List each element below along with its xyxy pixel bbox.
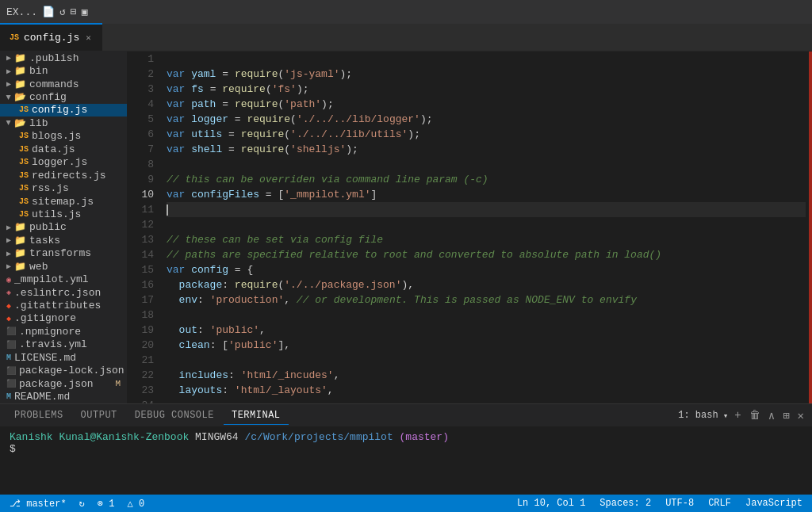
sidebar-label: transforms (29, 247, 91, 259)
json-icon: ⬛ (6, 366, 16, 376)
panel-right-controls: 1: bash ▾ + 🗑 ∧ ⊞ ✕ (678, 407, 806, 424)
chevron-icon: ▶ (6, 79, 11, 89)
sidebar-item-blogs-js[interactable]: JS blogs.js (0, 130, 127, 143)
status-language[interactable]: JavaScript (742, 498, 806, 509)
chevron-icon: ▶ (6, 262, 11, 271)
sidebar-label: lib (29, 117, 48, 129)
folder-icon: 📁 (14, 221, 26, 233)
sidebar-item-redirects-js[interactable]: JS redirects.js (0, 169, 127, 181)
sidebar-item-public[interactable]: ▶ 📁 public (0, 221, 127, 234)
sidebar-item-readme-md[interactable]: M README.md (0, 390, 127, 403)
tab-close-button[interactable]: ✕ (84, 32, 93, 44)
title-bar-icons: EX... 📄 ↺ ⊟ ▣ (6, 6, 88, 18)
chevron-up-icon[interactable]: ∧ (767, 407, 776, 424)
bash-label: 1: bash (678, 410, 718, 421)
tab-debug-console[interactable]: DEBUG CONSOLE (127, 407, 222, 424)
tab-terminal[interactable]: TERMINAL (224, 407, 289, 425)
sidebar-label: .gitignore (14, 312, 76, 324)
tab-problems[interactable]: PROBLEMS (6, 407, 71, 424)
status-errors[interactable]: ⊗ 1 (94, 498, 118, 510)
sidebar-label: README.md (14, 391, 70, 403)
git-icon: ◆ (6, 301, 11, 311)
explorer-icon[interactable]: EX... (6, 6, 37, 18)
status-bar: ⎇ master* ↻ ⊗ 1 △ 0 Ln 10, Col 1 Spaces:… (0, 495, 812, 512)
refresh-icon[interactable]: ↺ (59, 6, 66, 18)
chevron-icon: ▶ (6, 223, 11, 232)
sidebar-item-lib[interactable]: ▶ 📂 lib (0, 117, 127, 129)
sidebar-item-utils-js[interactable]: JS utils.js (0, 208, 127, 220)
npm-icon: ⬛ (6, 327, 16, 336)
folder-icon: 📁 (14, 78, 26, 90)
sidebar-label: config (29, 91, 67, 103)
layout-icon[interactable]: ▣ (82, 6, 88, 18)
sidebar-item-package-json[interactable]: ⬛ package.json M (0, 377, 127, 390)
tab-config-js[interactable]: JS config.js ✕ (0, 23, 102, 51)
js-icon: JS (19, 132, 29, 140)
sidebar-item-travis-yml[interactable]: ⬛ .travis.yml (0, 338, 127, 351)
folder-icon: 📁 (14, 235, 26, 246)
code-content[interactable]: var yaml = require('js-yaml'); var fs = … (160, 52, 812, 403)
sidebar-item-web[interactable]: ▶ 📁 web (0, 260, 127, 273)
sidebar-item-sitemap-js[interactable]: JS sitemap.js (0, 195, 127, 208)
terminal-user: Kanishk (10, 431, 53, 443)
sidebar-item-transforms[interactable]: ▶ 📁 transforms (0, 247, 127, 260)
status-encoding[interactable]: UTF-8 (662, 498, 697, 509)
close-panel-button[interactable]: ✕ (796, 407, 806, 424)
terminal-input-line[interactable]: $ (10, 443, 802, 455)
sidebar-label: utils.js (32, 208, 81, 220)
terminal-machine: Kunal@Kanishk-Zenbook (59, 431, 189, 443)
terminal-shell: MINGW64 (195, 431, 239, 443)
add-terminal-button[interactable]: + (733, 407, 742, 423)
sidebar-item-npmignore[interactable]: ⬛ .npmignore (0, 325, 127, 338)
js-icon: JS (19, 197, 29, 206)
folder-open-icon: 📂 (14, 117, 26, 129)
js-icon: JS (19, 105, 29, 114)
status-position[interactable]: Ln 10, Col 1 (514, 498, 588, 509)
sidebar-label: .travis.yml (19, 338, 87, 350)
status-spaces[interactable]: Spaces: 2 (596, 498, 654, 509)
sidebar: ▶ 📁 .publish ▶ 📁 bin ▶ 📁 commands ▶ 📂 co… (0, 52, 127, 403)
md-icon: M (6, 353, 11, 362)
sidebar-item-package-lock-json[interactable]: ⬛ package-lock.json M (0, 365, 127, 377)
terminal-content[interactable]: Kanishk Kunal@Kanishk-Zenbook MINGW64 /c… (0, 426, 812, 495)
sidebar-label: blogs.js (32, 130, 81, 142)
collapse-icon[interactable]: ⊟ (71, 6, 77, 18)
sidebar-label: .eslintrc.json (14, 287, 101, 299)
json-icon: ⬛ (6, 379, 16, 388)
sidebar-item-logger-js[interactable]: JS logger.js (0, 156, 127, 169)
sidebar-item-mmpilot-yml[interactable]: ◉ _mmpilot.yml (0, 273, 127, 285)
bottom-panel: PROBLEMS OUTPUT DEBUG CONSOLE TERMINAL 1… (0, 403, 812, 495)
bash-dropdown-icon[interactable]: ▾ (723, 411, 729, 421)
sidebar-item-rss-js[interactable]: JS rss.js (0, 181, 127, 194)
split-terminal-icon[interactable]: ⊞ (781, 407, 791, 424)
sidebar-item-commands[interactable]: ▶ 📁 commands (0, 78, 127, 90)
new-file-icon[interactable]: 📄 (42, 6, 55, 18)
sidebar-item-bin[interactable]: ▶ 📁 bin (0, 64, 127, 77)
sidebar-label: commands (29, 78, 79, 90)
yaml-icon: ◉ (6, 275, 11, 285)
status-sync[interactable]: ↻ (76, 498, 88, 510)
terminal-dollar: $ (10, 443, 16, 455)
sidebar-item-tasks[interactable]: ▶ 📁 tasks (0, 234, 127, 246)
sidebar-item-config-js[interactable]: JS config.js (0, 104, 127, 117)
trash-icon[interactable]: 🗑 (748, 407, 762, 423)
tab-output[interactable]: OUTPUT (73, 407, 125, 424)
sidebar-item-data-js[interactable]: JS data.js (0, 143, 127, 155)
sidebar-item-license-md[interactable]: M LICENSE.md (0, 351, 127, 364)
sidebar-label: _mmpilot.yml (14, 273, 89, 285)
sidebar-item-gitignore[interactable]: ◆ .gitignore (0, 312, 127, 325)
folder-icon: 📁 (14, 52, 26, 64)
status-branch[interactable]: ⎇ master* (6, 498, 70, 510)
status-warnings[interactable]: △ 0 (124, 498, 147, 510)
json-icon: ◈ (6, 288, 11, 297)
tab-label: config.js (24, 32, 79, 44)
sidebar-label: config.js (32, 104, 87, 116)
status-line-ending[interactable]: CRLF (705, 498, 734, 509)
sidebar-label: logger.js (32, 156, 87, 168)
code-container[interactable]: 12345 6789 10 1112131415 1617181920 2122… (127, 52, 812, 403)
sidebar-item-config[interactable]: ▶ 📂 config (0, 90, 127, 103)
js-icon: JS (19, 184, 29, 193)
sidebar-item-eslintrc[interactable]: ◈ .eslintrc.json (0, 286, 127, 299)
sidebar-item-publish[interactable]: ▶ 📁 .publish (0, 52, 127, 64)
sidebar-item-gitattributes[interactable]: ◆ .gitattributes (0, 299, 127, 311)
